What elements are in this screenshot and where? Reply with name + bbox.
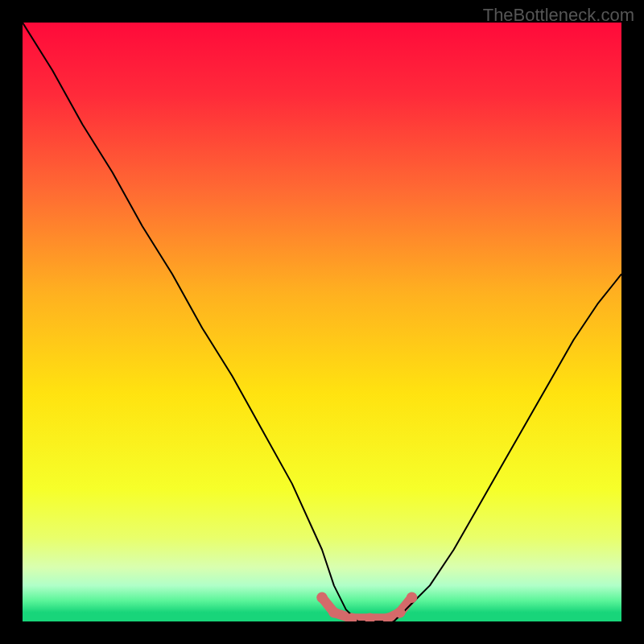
watermark-text: TheBottleneck.com — [483, 5, 634, 26]
background-gradient — [23, 23, 621, 621]
plot-area — [23, 23, 621, 621]
svg-rect-0 — [23, 23, 621, 621]
chart-frame: TheBottleneck.com — [0, 0, 644, 644]
